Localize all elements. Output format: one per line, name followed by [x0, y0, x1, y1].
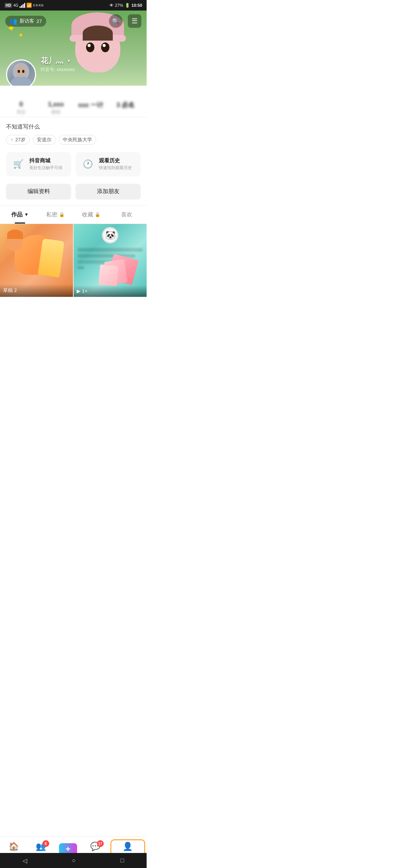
stat-likes[interactable]: xxx 一计	[73, 101, 108, 115]
svg-point-2	[15, 65, 27, 77]
profile-name: 花丿灬 ▼	[41, 56, 75, 66]
stat-works[interactable]: 3 必名	[108, 101, 143, 115]
tab-private[interactable]: 私密 🔒	[38, 206, 74, 224]
battery-icon: 🔋	[125, 3, 130, 8]
eye-icon: 👁	[109, 3, 114, 8]
battery-level: 27%	[115, 3, 123, 8]
visitors-label: 新访客	[20, 18, 34, 24]
shop-title: 抖音商城	[29, 157, 62, 164]
stat-followers[interactable]: 1,xxx 粉丝	[39, 101, 74, 115]
search-icon: 🔍	[112, 18, 120, 25]
tabs-row: 作品 ▼ 私密 🔒 收藏 🔒 喜欢	[0, 206, 147, 224]
signal-icon	[20, 3, 25, 8]
tags-row: ♀ 27岁 安道尔 中央民族大学	[6, 135, 141, 145]
char-eyes	[83, 42, 113, 52]
video-overlay: ▶ 1+	[74, 285, 147, 297]
history-icon: 🕐	[81, 157, 94, 171]
tabs-section: 作品 ▼ 私密 🔒 收藏 🔒 喜欢	[0, 206, 147, 224]
char-eye-left	[86, 42, 94, 52]
shop-text: 抖音商城 美好生活触手可得	[29, 157, 62, 171]
tag-school: 中央民族大学	[59, 135, 96, 145]
lock-icon-1: 🔒	[59, 212, 65, 217]
status-left: HD 4G 📶 0.9 K/s	[5, 3, 44, 8]
history-text: 观看历史 快速找到观看历史	[99, 157, 132, 171]
visitors-icon: 👥	[10, 18, 17, 25]
wifi-icon: 📶	[26, 3, 32, 8]
hd-badge: HD	[5, 3, 12, 8]
avatar-image	[7, 60, 35, 86]
bio-section: 不知道写什么 ♀ 27岁 安道尔 中央民族大学	[0, 117, 147, 148]
play-icon: ▶	[77, 288, 80, 294]
history-title: 观看历史	[99, 157, 132, 164]
svg-point-1	[11, 76, 32, 86]
stat-following[interactable]: 0 关注	[4, 101, 39, 115]
status-right: 👁 27% 🔋 10:50	[109, 3, 142, 8]
followers-count: 1,xxx	[39, 101, 74, 108]
visitors-count: 27	[36, 18, 42, 24]
history-card[interactable]: 🕐 观看历史 快速找到观看历史	[76, 152, 141, 176]
star-decoration-2: ✦	[18, 31, 24, 39]
edit-profile-button[interactable]: 编辑资料	[6, 184, 71, 200]
tab-favorites[interactable]: 收藏 🔒	[73, 206, 109, 224]
top-navigation: 👥 新访客 27 🔍 ☰	[0, 11, 147, 32]
search-button[interactable]: 🔍	[109, 14, 123, 28]
stats-row: 0 关注 1,xxx 粉丝 xxx 一计 3 必名	[0, 101, 147, 115]
tab-works[interactable]: 作品 ▼	[2, 206, 38, 224]
tab-dropdown-icon: ▼	[24, 212, 29, 217]
stats-section: 0 关注 1,xxx 粉丝 xxx 一计 3 必名	[0, 95, 147, 117]
quick-actions: 🛒 抖音商城 美好生活触手可得 🕐 观看历史 快速找到观看历史	[0, 148, 147, 181]
grid-item-video[interactable]: 🐼 ▶ 1+	[74, 224, 147, 297]
svg-point-4	[22, 70, 24, 73]
history-subtitle: 快速找到观看历史	[99, 165, 132, 171]
dropdown-arrow[interactable]: ▼	[66, 58, 71, 64]
shop-card[interactable]: 🛒 抖音商城 美好生活触手可得	[6, 152, 71, 176]
profile-header: ✦ ✦ 👥 新访客 27 🔍 ☰	[0, 11, 147, 86]
tag-gender-age: ♀ 27岁	[6, 135, 30, 145]
play-count: ▶ 1+	[77, 288, 144, 294]
status-bar: HD 4G 📶 0.9 K/s 👁 27% 🔋 10:50	[0, 0, 147, 11]
following-label: 关注	[4, 109, 39, 115]
tab-likes[interactable]: 喜欢	[109, 206, 145, 224]
avatar[interactable]	[6, 59, 36, 86]
svg-point-3	[18, 70, 20, 73]
gender-icon: ♀	[10, 137, 14, 142]
network-type: 4G	[13, 3, 18, 8]
clock: 10:50	[132, 3, 142, 8]
profile-name-area: 花丿灬 ▼ 抖音号: xxxxxxxx	[41, 56, 75, 82]
draft-label: 草稿 2	[3, 287, 70, 294]
profile-id: 抖音号: xxxxxxxx	[41, 67, 75, 73]
followers-label: 粉丝	[39, 109, 74, 115]
works-count: 3 必名	[108, 101, 143, 109]
likes-count: xxx 一计	[73, 101, 108, 109]
speed-indicator: 0.9 K/s	[33, 3, 44, 7]
profile-buttons: 编辑资料 添加朋友	[0, 181, 147, 206]
menu-button[interactable]: ☰	[128, 14, 141, 28]
draft-overlay: 草稿 2	[0, 284, 73, 297]
grid-item-draft[interactable]: 草稿 2	[0, 224, 73, 297]
bio-text: 不知道写什么	[6, 122, 141, 131]
shop-icon: 🛒	[11, 157, 25, 171]
visitors-button[interactable]: 👥 新访客 27	[5, 16, 46, 27]
shop-subtitle: 美好生活触手可得	[29, 165, 62, 171]
tag-location: 安道尔	[33, 135, 56, 145]
content-grid: 草稿 2 🐼 ▶ 1+	[0, 224, 147, 297]
char-eye-right	[101, 42, 109, 52]
lock-icon-2: 🔒	[95, 212, 100, 217]
add-friend-button[interactable]: 添加朋友	[76, 184, 141, 200]
hamburger-icon: ☰	[132, 17, 138, 25]
following-count: 0	[4, 101, 39, 108]
profile-info-area: 花丿灬 ▼ 抖音号: xxxxxxxx	[0, 56, 147, 86]
